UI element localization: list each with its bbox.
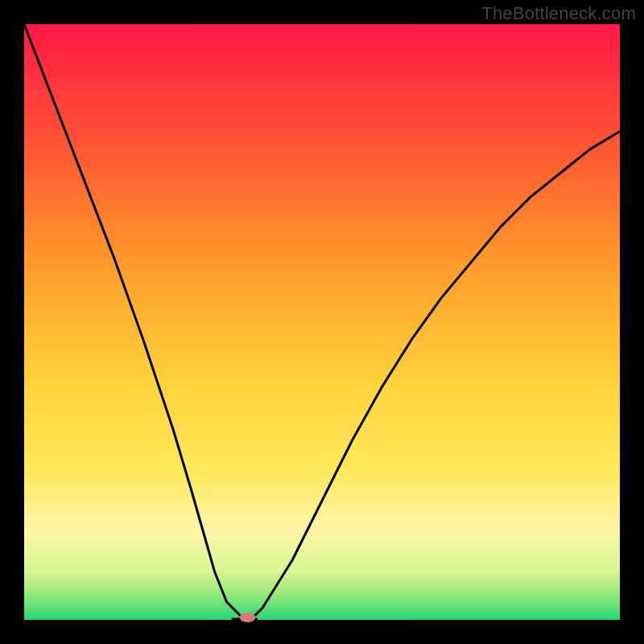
optimal-point-marker [240,613,256,622]
chart-background [24,24,620,620]
watermark-text: TheBottleneck.com [481,3,636,24]
bottleneck-chart [0,0,644,644]
chart-frame: TheBottleneck.com [0,0,644,644]
